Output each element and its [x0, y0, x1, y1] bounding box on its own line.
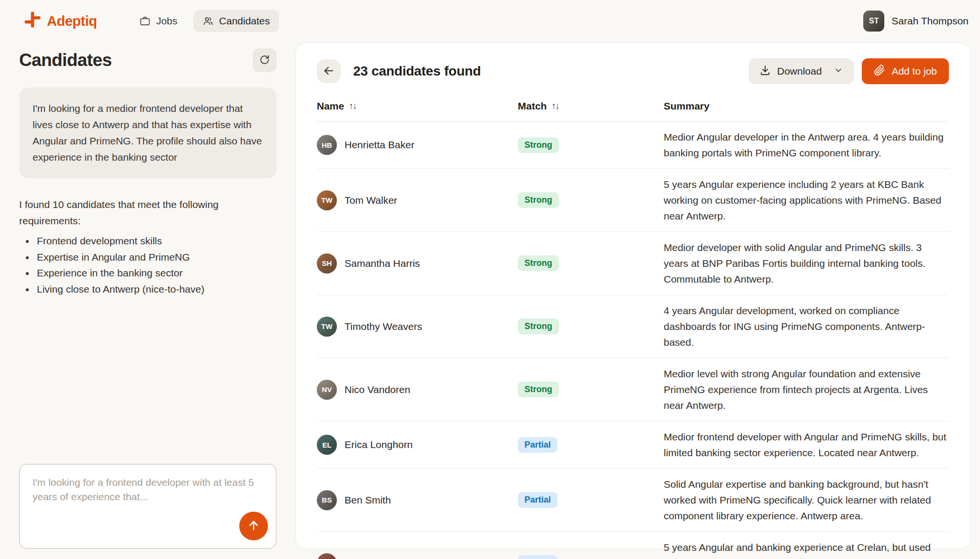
chat-sidebar: Candidates I'm looking for a medior fron…	[19, 43, 277, 549]
candidate-summary: Solid Angular expertise and banking back…	[664, 471, 949, 528]
brand-name: Adeptiq	[47, 13, 97, 29]
table-row[interactable]: SH Samantha Harris Strong Medior develop…	[317, 232, 949, 295]
candidate-avatar: TW	[317, 190, 337, 210]
candidate-summary: 5 years Angular experience including 2 y…	[664, 172, 949, 229]
assistant-response: I found 10 candidates that meet the foll…	[19, 197, 277, 297]
requirements-list: Frontend development skillsExpertise in …	[19, 233, 267, 297]
requirement-item: Living close to Antwerp (nice-to-have)	[35, 281, 267, 297]
arrow-up-icon	[247, 519, 260, 534]
user-menu[interactable]: ST Sarah Thompson	[863, 11, 969, 32]
table-row[interactable]: TW Timothy Weavers Strong 4 years Angula…	[317, 295, 949, 358]
brand-logo[interactable]: Adeptiq	[23, 11, 97, 31]
candidate-name: Henrietta Baker	[345, 139, 414, 151]
candidate-name: Erica Longhorn	[345, 439, 412, 450]
table-row[interactable]: EL Erica Longhorn Partial Medior fronten…	[317, 421, 949, 469]
match-badge: Partial	[518, 437, 557, 453]
results-count-title: 23 candidates found	[353, 64, 481, 79]
match-badge: Strong	[518, 137, 559, 153]
nav-item-label: Jobs	[156, 15, 177, 27]
download-label: Download	[777, 66, 822, 77]
column-header-name[interactable]: Name ↑↓	[317, 100, 518, 112]
app: Adeptiq Jobs	[0, 0, 980, 559]
nav-item-label: Candidates	[219, 15, 270, 27]
match-badge: Strong	[518, 318, 559, 334]
add-to-job-label: Add to job	[891, 66, 937, 77]
main-nav: Jobs Candidates	[130, 10, 279, 32]
candidate-summary: Medior developer with solid Angular and …	[664, 235, 949, 292]
match-badge: Partial	[518, 555, 557, 559]
refresh-button[interactable]	[253, 48, 277, 72]
chat-input-box	[19, 464, 277, 549]
table-row[interactable]: TW Tom Walker Strong 5 years Angular exp…	[317, 169, 949, 232]
requirement-item: Frontend development skills	[35, 233, 267, 249]
chevron-down-icon	[834, 66, 843, 77]
match-badge: Partial	[518, 492, 557, 508]
user-avatar: ST	[863, 11, 884, 32]
send-button[interactable]	[239, 512, 268, 540]
match-badge: Strong	[518, 255, 559, 271]
top-bar: Adeptiq Jobs	[0, 0, 980, 42]
candidate-avatar: HB	[317, 135, 337, 155]
candidate-avatar: EV	[317, 553, 337, 559]
users-icon	[202, 15, 214, 27]
briefcase-icon	[139, 15, 151, 27]
nav-item-candidates[interactable]: Candidates	[193, 10, 279, 32]
sort-icon: ↑↓	[552, 101, 559, 111]
candidate-name: Tom Walker	[345, 195, 397, 206]
candidate-summary: Medior Angular developer in the Antwerp …	[664, 124, 949, 165]
candidates-table-body: HB Henrietta Baker Strong Medior Angular…	[317, 121, 949, 559]
requirement-item: Experience in the banking sector	[35, 265, 267, 281]
download-icon	[759, 65, 771, 78]
table-row[interactable]: BS Ben Smith Partial Solid Angular exper…	[317, 469, 949, 532]
column-header-summary: Summary	[664, 100, 949, 112]
page-title: Candidates	[19, 50, 111, 70]
paperclip-icon	[874, 65, 885, 78]
candidate-summary: Medior level with strong Angular foundat…	[664, 361, 949, 418]
candidate-name: Nico Vandoren	[345, 384, 410, 395]
logo-icon	[23, 11, 41, 31]
column-header-match[interactable]: Match ↑↓	[518, 100, 664, 112]
user-query-bubble: I'm looking for a medior frontend develo…	[19, 88, 277, 178]
table-header: Name ↑↓ Match ↑↓ Summary	[317, 91, 949, 121]
download-button[interactable]: Download	[749, 58, 854, 84]
match-badge: Strong	[518, 382, 559, 397]
content: Candidates I'm looking for a medior fron…	[0, 42, 980, 559]
add-to-job-button[interactable]: Add to job	[862, 58, 949, 84]
candidate-summary: Medior frontend developer with Angular a…	[664, 424, 949, 465]
results-panel: 23 candidates found Download	[295, 43, 970, 549]
arrow-left-icon	[322, 64, 335, 79]
candidate-summary: 5 years Angular and banking experience a…	[664, 535, 949, 559]
candidate-name: Samantha Harris	[345, 258, 420, 269]
results-header: 23 candidates found Download	[317, 58, 949, 84]
candidate-name: Ben Smith	[345, 494, 391, 506]
candidate-summary: 4 years Angular development, worked on c…	[664, 298, 949, 355]
nav-item-jobs[interactable]: Jobs	[130, 10, 186, 32]
back-button[interactable]	[317, 59, 341, 83]
user-name: Sarah Thompson	[891, 15, 969, 27]
table-row[interactable]: EV Elena Vasquez Partial 5 years Angular…	[317, 532, 949, 559]
table-row[interactable]: HB Henrietta Baker Strong Medior Angular…	[317, 121, 949, 169]
table-row[interactable]: NV Nico Vandoren Strong Medior level wit…	[317, 358, 949, 421]
chat-input[interactable]	[20, 465, 276, 548]
candidate-avatar: BS	[317, 490, 337, 510]
refresh-icon	[259, 54, 270, 67]
candidate-avatar: EL	[317, 435, 337, 455]
candidate-name: Timothy Weavers	[345, 321, 422, 332]
results-intro: I found 10 candidates that meet the foll…	[19, 199, 219, 226]
candidate-name: Elena Vasquez	[345, 558, 412, 559]
match-badge: Strong	[518, 192, 559, 208]
sort-icon: ↑↓	[349, 101, 356, 111]
candidate-avatar: TW	[317, 317, 337, 337]
requirement-item: Expertise in Angular and PrimeNG	[35, 249, 267, 265]
candidate-avatar: SH	[317, 253, 337, 274]
candidate-avatar: NV	[317, 380, 337, 400]
